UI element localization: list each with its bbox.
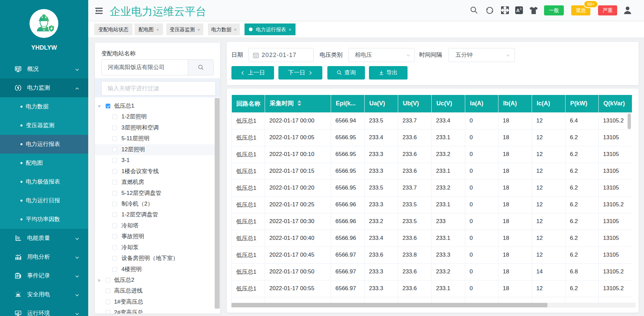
svg-text:A: A	[516, 8, 520, 13]
svg-text:文: 文	[520, 7, 522, 10]
